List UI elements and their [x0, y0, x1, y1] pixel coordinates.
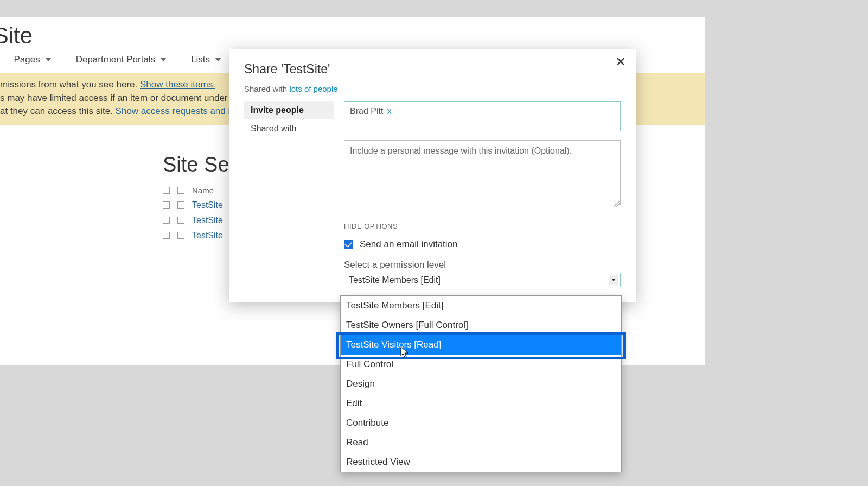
shared-with-text: Shared with lots of people: [244, 84, 621, 93]
dropdown-option[interactable]: Edit: [341, 394, 621, 413]
chevron-down-icon: [215, 58, 221, 61]
send-email-label: Send an email invitation: [360, 239, 458, 250]
hide-options-link[interactable]: HIDE OPTIONS: [344, 222, 621, 230]
list-item-name[interactable]: TestSite: [192, 216, 223, 225]
dialog-tabs: Invite people Shared with: [244, 101, 334, 287]
form-column: Brad Pitt x HIDE OPTIONS Send an email i…: [344, 101, 621, 287]
dropdown-option[interactable]: Full Control: [341, 355, 621, 374]
chevron-down-icon: [609, 275, 618, 285]
nav-label: Lists: [191, 54, 210, 65]
share-dialog: ✕ Share 'TestSite' Shared with lots of p…: [229, 49, 636, 302]
notice-text: missions from what you see here.: [0, 79, 140, 90]
row-checkbox[interactable]: [177, 201, 184, 209]
people-picker-input[interactable]: Brad Pitt x: [344, 101, 621, 131]
select-value: TestSite Members [Edit]: [349, 275, 441, 285]
row-checkbox[interactable]: [177, 217, 184, 224]
permission-level-label: Select a permission level: [344, 260, 621, 270]
message-wrap: [344, 131, 621, 208]
nav-item-department-portals[interactable]: Department Portals: [76, 54, 166, 65]
dialog-body: Invite people Shared with Brad Pitt x HI…: [244, 101, 621, 287]
row-checkbox[interactable]: [163, 217, 170, 224]
column-header-name[interactable]: Name: [192, 186, 214, 195]
list-item-name[interactable]: TestSite: [192, 231, 223, 241]
nav-item-pages[interactable]: Pages: [14, 54, 50, 65]
row-checkbox[interactable]: [163, 232, 170, 239]
show-items-link[interactable]: Show these items.: [140, 79, 215, 90]
row-checkbox[interactable]: [177, 232, 184, 239]
dropdown-option[interactable]: TestSite Members [Edit]: [341, 296, 621, 315]
select-all-checkbox[interactable]: [163, 187, 170, 194]
chevron-down-icon: [161, 58, 166, 61]
person-name: Brad Pitt: [350, 106, 383, 116]
permission-level-select[interactable]: TestSite Members [Edit]: [344, 273, 621, 287]
tab-invite-people[interactable]: Invite people: [244, 101, 334, 119]
list-item-name[interactable]: TestSite: [192, 200, 223, 210]
person-chip: Brad Pitt x: [350, 106, 392, 116]
chevron-down-icon: [46, 58, 51, 61]
row-checkbox[interactable]: [163, 201, 170, 209]
close-button[interactable]: ✕: [615, 54, 626, 70]
dropdown-option[interactable]: Read: [341, 433, 621, 452]
notice-text: at they can access this site.: [0, 106, 116, 116]
dropdown-option[interactable]: TestSite Owners [Full Control]: [341, 315, 621, 335]
close-icon: ✕: [615, 54, 626, 69]
resize-grip-icon[interactable]: [613, 200, 620, 207]
nav-label: Pages: [14, 54, 40, 65]
dialog-title: Share 'TestSite': [244, 62, 621, 77]
nav-label: Department Portals: [76, 54, 155, 65]
tab-shared-with[interactable]: Shared with: [244, 119, 334, 138]
dropdown-option[interactable]: Restricted View: [341, 452, 621, 472]
dropdown-option[interactable]: Contribute: [341, 413, 621, 433]
invitation-message-input[interactable]: [344, 140, 621, 205]
permission-dropdown: TestSite Members [Edit] TestSite Owners …: [340, 295, 622, 472]
site-title: stSite: [0, 17, 705, 49]
send-email-checkbox[interactable]: [344, 240, 353, 249]
send-email-row: Send an email invitation: [344, 239, 621, 250]
shared-people-link[interactable]: lots of people: [289, 84, 337, 93]
dropdown-option[interactable]: Design: [341, 374, 621, 394]
shared-prefix: Shared with: [244, 84, 289, 93]
remove-person-button[interactable]: x: [386, 106, 392, 116]
column-checkbox[interactable]: [177, 187, 184, 194]
nav-item-lists[interactable]: Lists: [191, 54, 221, 65]
dropdown-option-selected[interactable]: TestSite Visitors [Read]: [341, 335, 621, 355]
